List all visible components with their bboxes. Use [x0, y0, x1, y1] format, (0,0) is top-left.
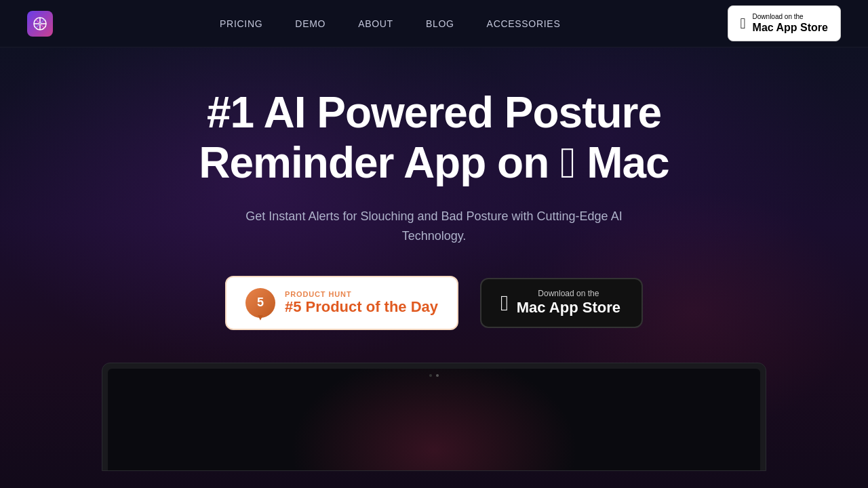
app-store-large-text: Mac App Store: [517, 299, 620, 317]
logo-icon: [27, 11, 53, 37]
camera-dot-2: [436, 374, 439, 377]
hero-title: #1 AI Powered Posture Reminder App on  …: [199, 88, 669, 188]
hero-buttons: 5 PRODUCT HUNT #5 Product of the Day  D…: [225, 276, 643, 330]
nav-demo[interactable]: DEMO: [295, 18, 326, 29]
hero-title-line3: Mac: [587, 138, 669, 187]
ph-text: PRODUCT HUNT #5 Product of the Day: [285, 290, 438, 316]
hero-section: #1 AI Powered Posture Reminder App on  …: [0, 47, 868, 488]
hero-app-store-button[interactable]:  Download on the Mac App Store: [480, 278, 643, 328]
nav-pricing[interactable]: PRICING: [220, 18, 262, 29]
nav-accessories[interactable]: ACCESSORIES: [487, 18, 561, 29]
app-store-small-text: Download on the: [517, 289, 620, 300]
laptop-mockup: [102, 363, 766, 471]
nav-about[interactable]: ABOUT: [358, 18, 393, 29]
nav-app-store-text: Download on the Mac App Store: [753, 13, 828, 34]
hero-title-line1: #1 AI Powered Posture: [207, 88, 661, 137]
hero-apple-symbol: : [560, 138, 575, 187]
apple-icon: : [741, 16, 746, 31]
nav-links: PRICING DEMO ABOUT BLOG ACCESSORIES: [220, 18, 560, 30]
hero-apple-icon: : [500, 292, 509, 314]
ph-label: PRODUCT HUNT: [285, 290, 352, 298]
hero-app-store-text: Download on the Mac App Store: [517, 289, 620, 317]
ph-medal: 5: [245, 288, 275, 318]
product-hunt-badge[interactable]: 5 PRODUCT HUNT #5 Product of the Day: [225, 276, 458, 330]
nav-app-store-button[interactable]:  Download on the Mac App Store: [728, 5, 841, 41]
laptop-camera-bar: [429, 374, 439, 377]
ph-number: 5: [257, 296, 264, 310]
navbar: PRICING DEMO ABOUT BLOG ACCESSORIES  Do…: [0, 0, 868, 47]
laptop-screen: [108, 369, 760, 470]
hero-content: #1 AI Powered Posture Reminder App on  …: [0, 47, 868, 471]
logo[interactable]: [27, 11, 53, 37]
hero-subtitle: Get Instant Alerts for Slouching and Bad…: [217, 207, 651, 246]
hero-title-line2: Reminder App on: [199, 138, 549, 187]
nav-blog[interactable]: BLOG: [426, 18, 454, 29]
ph-rank: #5 Product of the Day: [285, 298, 438, 316]
camera-dot-1: [429, 374, 432, 377]
laptop-outer: [102, 363, 766, 471]
